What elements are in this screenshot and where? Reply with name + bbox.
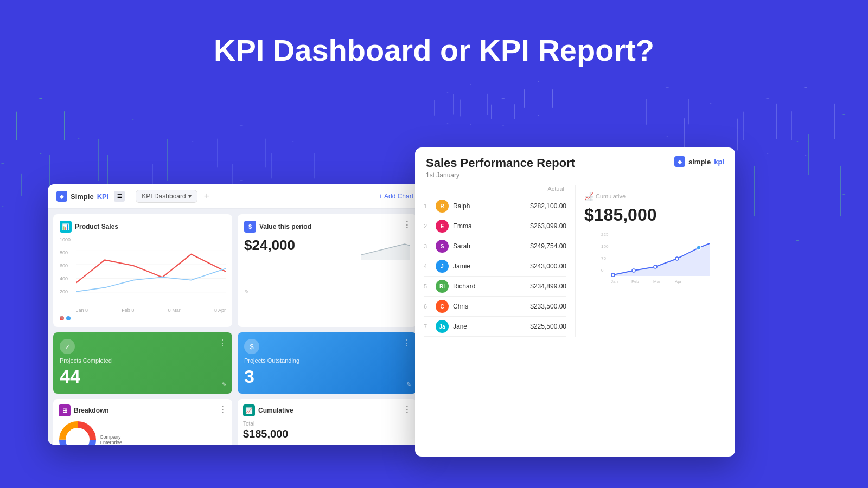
value-period-label: Value this period <box>259 223 311 230</box>
avatar: R <box>436 200 449 213</box>
report-table: Actual 1 R Ralph $282,100.00 2 E Emma $2… <box>415 185 575 337</box>
table-row: 2 E Emma $263,099.00 <box>424 216 566 236</box>
report-title: Sales Performance Report <box>426 156 575 170</box>
breakdown-menu[interactable]: ⋮ <box>218 404 227 415</box>
svg-point-15 <box>632 269 635 272</box>
table-row: 4 J Jamie $243,000.00 <box>424 256 566 277</box>
table-row: 3 S Sarah $249,754.00 <box>424 236 566 256</box>
report-card: Sales Performance Report 1st January ◆ s… <box>415 147 735 457</box>
cumulative-label: Cumulative <box>258 407 293 414</box>
blue-dot <box>66 316 71 320</box>
projects-completed-label: Projects Completed <box>60 357 226 364</box>
svg-text:150: 150 <box>601 244 609 249</box>
svg-text:0: 0 <box>601 268 604 273</box>
projects-outstanding-menu[interactable]: ⋮ <box>403 338 411 348</box>
table-row: 6 C Chris $233,500.00 <box>424 297 566 317</box>
svg-text:Mar: Mar <box>653 279 661 284</box>
report-logo-icon: ◆ <box>674 156 685 167</box>
cumulative-widget: 📈 Cumulative ⋮ Total $185,000 <box>238 399 417 445</box>
svg-text:Feb: Feb <box>631 279 639 284</box>
y-axis-labels: 1000 800 600 400 200 <box>60 237 71 302</box>
page-title: KPI Dashboard or KPI Report? <box>0 33 868 68</box>
logo-icon: ◆ <box>56 191 67 202</box>
avatar: Ri <box>436 280 449 293</box>
dollar-icon: $ <box>244 339 259 354</box>
selector-label: KPI Dashboard <box>142 192 186 200</box>
avatar: E <box>436 220 449 233</box>
product-sales-chart: 1000 800 600 400 200 <box>60 237 226 313</box>
add-chart-label: + Add Chart <box>379 192 413 200</box>
avatar: S <box>436 240 449 253</box>
report-date: 1st January <box>426 171 575 179</box>
breakdown-icon: ⊞ <box>59 404 71 416</box>
table-row: 7 Ja Jane $225,500.00 <box>424 317 566 337</box>
separator: + <box>203 191 211 202</box>
product-sales-title: 📊 Product Sales <box>60 221 226 233</box>
chart-svg <box>76 237 226 306</box>
cumulative-section-label: 📈 Cumulative <box>584 192 726 201</box>
projects-completed-menu[interactable]: ⋮ <box>218 338 227 348</box>
dashboard-card: ◆ SimpleKPI ≡ KPI Dashboard ▾ + + Add Ch… <box>48 184 422 445</box>
svg-text:75: 75 <box>601 256 606 261</box>
report-title-section: Sales Performance Report 1st January <box>426 156 575 179</box>
svg-point-14 <box>611 273 615 277</box>
cumulative-title: 📈 Cumulative ⋮ <box>243 404 411 416</box>
avatar: Ja <box>436 320 449 333</box>
breakdown-legend: Company Enterprise <box>100 434 122 445</box>
logo-blue: KPI <box>97 192 109 201</box>
avatar: J <box>436 260 449 273</box>
projects-outstanding-value: 3 <box>244 366 410 387</box>
dashboard-header: ◆ SimpleKPI ≡ KPI Dashboard ▾ + + Add Ch… <box>48 184 422 209</box>
svg-text:Apr: Apr <box>675 279 682 284</box>
svg-point-16 <box>654 265 657 268</box>
cumulative-menu[interactable]: ⋮ <box>403 404 411 415</box>
cumulative-chart: 225 150 75 0 Jan Feb Mar Apr <box>584 232 726 286</box>
product-sales-edit-icon[interactable]: ✎ <box>60 314 65 322</box>
projects-outstanding-card: ⋮ $ Projects Outstanding 3 ✎ <box>238 332 417 394</box>
product-sales-icon: 📊 <box>60 221 72 233</box>
menu-btn: ≡ <box>114 191 125 202</box>
projects-outstanding-edit[interactable]: ✎ <box>406 381 411 388</box>
breakdown-widget: ⊞ Breakdown ⋮ Company Enterprise <box>53 399 232 445</box>
x-axis-labels: Jan 8 Feb 8 8 Mar 8 Apr <box>76 307 226 313</box>
svg-text:Jan: Jan <box>611 279 618 284</box>
table-row: 5 Ri Richard $234,899.00 <box>424 277 566 297</box>
value-period-icon: $ <box>244 221 256 233</box>
cumulative-total-value: $185,000 <box>243 428 411 440</box>
logo-text: Simple <box>71 192 94 201</box>
chevron-down-icon: ▾ <box>188 192 192 200</box>
value-edit-icon[interactable]: ✎ <box>244 288 249 295</box>
report-logo: ◆ simplekpi <box>674 156 724 167</box>
sparkline <box>361 236 410 260</box>
cumulative-big-value: $185,000 <box>584 205 726 225</box>
value-period-widget: $ Value this period ⋮ $24,000 ✎ <box>238 214 417 327</box>
projects-outstanding-label: Projects Outstanding <box>244 357 410 364</box>
dashboard-body: 📊 Product Sales 1000 800 600 400 200 <box>48 209 422 445</box>
value-period-title-row: $ Value this period ⋮ <box>244 221 410 233</box>
svg-text:225: 225 <box>601 232 609 237</box>
dashboard-logo: ◆ SimpleKPI <box>56 191 108 202</box>
report-header: Sales Performance Report 1st January ◆ s… <box>415 147 735 185</box>
value-period-menu[interactable]: ⋮ <box>403 220 411 230</box>
report-cumulative-section: 📈 Cumulative $185,000 225 150 75 0 <box>575 185 735 337</box>
dashboard-selector[interactable]: KPI Dashboard ▾ <box>136 190 197 203</box>
chart-icon: 📈 <box>584 192 593 201</box>
projects-completed-edit[interactable]: ✎ <box>222 381 227 388</box>
product-sales-label: Product Sales <box>75 223 118 230</box>
check-icon: ✓ <box>60 339 75 354</box>
breakdown-title: ⊞ Breakdown ⋮ <box>59 404 227 416</box>
kpi-cards-row: ⋮ ✓ Projects Completed 44 ✎ ⋮ $ Projects… <box>53 332 417 394</box>
svg-marker-5 <box>361 244 410 260</box>
cumulative-total-label: Total <box>243 421 411 427</box>
breakdown-label: Breakdown <box>74 407 109 414</box>
table-row: 1 R Ralph $282,100.00 <box>424 196 566 216</box>
svg-point-17 <box>675 257 679 260</box>
report-logo-blue: kpi <box>714 158 724 166</box>
projects-completed-value: 44 <box>60 366 226 387</box>
svg-marker-13 <box>613 243 710 276</box>
add-chart-button[interactable]: + Add Chart <box>379 192 413 200</box>
projects-completed-card: ⋮ ✓ Projects Completed 44 ✎ <box>53 332 232 394</box>
breakdown-donut-chart <box>59 421 97 445</box>
actual-column-header: Actual <box>424 185 566 192</box>
svg-point-18 <box>697 246 701 250</box>
